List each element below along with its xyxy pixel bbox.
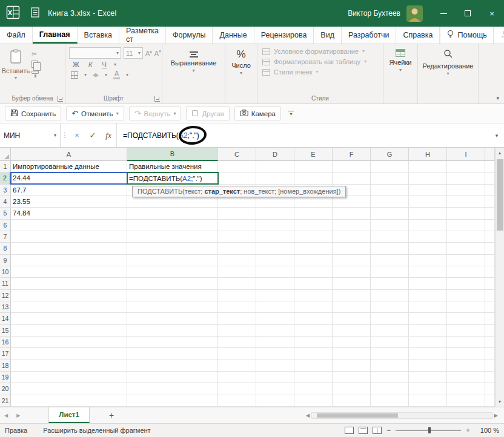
horizontal-scrollbar[interactable]: ◀ ▶ [306,412,498,419]
hscroll-right-icon[interactable]: ▶ [494,413,498,418]
cell-F20[interactable] [333,383,371,395]
page-break-view-icon[interactable] [373,427,382,434]
cell-C7[interactable] [218,231,256,243]
font-dialog-launcher-icon[interactable] [154,96,160,102]
cell-A3[interactable]: 67.7 [11,185,127,196]
expand-formula-bar-icon[interactable]: ▾ [489,123,504,147]
cell-H2[interactable] [409,172,447,184]
close-button[interactable]: × [480,0,504,27]
cell-G14[interactable] [371,313,409,324]
styles-item-1[interactable]: Форматировать как таблицу▾ [262,58,383,65]
cell-A15[interactable] [11,325,127,337]
cell-E2[interactable] [294,172,333,184]
cell-H9[interactable] [409,255,447,266]
alignment-group-button[interactable]: Выравнивание ▾ [162,44,225,104]
cell-D7[interactable] [256,231,294,243]
enter-formula-button[interactable]: ✓ [85,123,101,147]
cell-I10[interactable] [447,266,485,278]
cell-I8[interactable] [447,243,485,254]
cell-B14[interactable] [127,313,218,324]
formula-input[interactable]: =ПОДСТАВИТЬ(A2;".") [117,123,489,147]
copy-icon[interactable] [31,61,38,68]
cell-A1[interactable]: Импортированные данные [11,161,127,172]
cell-D15[interactable] [256,325,294,337]
underline-dropdown-icon[interactable]: ▾ [114,62,116,67]
horizontal-scroll-thumb[interactable] [317,413,398,418]
cell-I16[interactable] [447,337,485,348]
fill-color-dropdown-icon[interactable]: ▾ [105,73,107,77]
cell-B16[interactable] [127,337,218,348]
zoom-slider[interactable] [396,430,461,431]
font-name-combo[interactable]: ▾ [69,47,121,59]
styles-item-0[interactable]: Условное форматирование▾ [262,48,383,55]
cell-C12[interactable] [218,290,256,301]
row-header-19[interactable]: 19 [0,372,11,383]
cell-F5[interactable] [333,208,371,219]
cell-B11[interactable] [127,278,218,289]
zoom-in-icon[interactable]: + [466,426,470,435]
cell-F9[interactable] [333,255,371,266]
hscroll-track[interactable] [311,412,492,419]
cell-G17[interactable] [371,348,409,360]
hscroll-left-icon[interactable]: ◀ [306,413,310,418]
cell-C18[interactable] [218,360,256,372]
cell-D10[interactable] [256,266,294,278]
row-header-12[interactable]: 12 [0,290,11,301]
borders-dropdown-icon[interactable]: ▾ [84,73,87,77]
collapse-ribbon-icon[interactable]: ▾ [496,95,499,101]
cell-E21[interactable] [294,395,333,407]
cell-A11[interactable] [11,278,127,289]
save-button[interactable]: Сохранить [5,107,61,120]
fill-color-icon[interactable] [93,73,99,77]
cell-H10[interactable] [409,266,447,278]
insert-function-button[interactable]: fx [101,123,116,147]
cell-G10[interactable] [371,266,409,278]
cell-F15[interactable] [333,325,371,337]
maximize-button[interactable] [456,0,480,27]
cell-F19[interactable] [333,372,371,383]
cell-B7[interactable] [127,231,218,243]
cell-E4[interactable] [294,196,333,208]
cell-G18[interactable] [371,360,409,372]
cell-D18[interactable] [256,360,294,372]
cell-D16[interactable] [256,337,294,348]
column-header-d[interactable]: D [256,148,294,161]
tab-разметка ст[interactable]: Разметка ст [119,27,166,44]
cell-A7[interactable] [11,231,127,243]
cell-H8[interactable] [409,243,447,254]
cell-C5[interactable] [218,208,256,219]
cell-A19[interactable] [11,372,127,383]
cell-B10[interactable] [127,266,218,278]
cell-B18[interactable] [127,360,218,372]
cell-E10[interactable] [294,266,333,278]
camera-button[interactable]: Камера [234,107,281,120]
cell-F14[interactable] [333,313,371,324]
cell-E20[interactable] [294,383,333,395]
cell-F8[interactable] [333,243,371,254]
cell-I18[interactable] [447,360,485,372]
cell-H12[interactable] [409,290,447,301]
zoom-out-icon[interactable]: − [386,426,391,435]
underline-button[interactable]: Ч [100,61,108,69]
tab-главная[interactable]: Главная [33,27,78,44]
cell-B8[interactable] [127,243,218,254]
column-header-c[interactable]: C [218,148,256,161]
cell-E6[interactable] [294,220,333,231]
cell-H19[interactable] [409,372,447,383]
cell-H18[interactable] [409,360,447,372]
row-header-13[interactable]: 13 [0,301,11,313]
cell-E9[interactable] [294,255,333,266]
cell-G2[interactable] [371,172,409,184]
tab-рецензирова[interactable]: Рецензирова [254,27,314,44]
cell-H13[interactable] [409,301,447,313]
cell-F10[interactable] [333,266,371,278]
minimize-button[interactable] [431,0,456,27]
row-header-2[interactable]: 2 [0,172,11,184]
cell-F13[interactable] [333,301,371,313]
normal-view-icon[interactable] [345,427,354,434]
cell-C14[interactable] [218,313,256,324]
column-header-e[interactable]: E [294,148,333,161]
cell-B12[interactable] [127,290,218,301]
grow-font-button[interactable]: А▴ [145,49,152,57]
cell-E16[interactable] [294,337,333,348]
